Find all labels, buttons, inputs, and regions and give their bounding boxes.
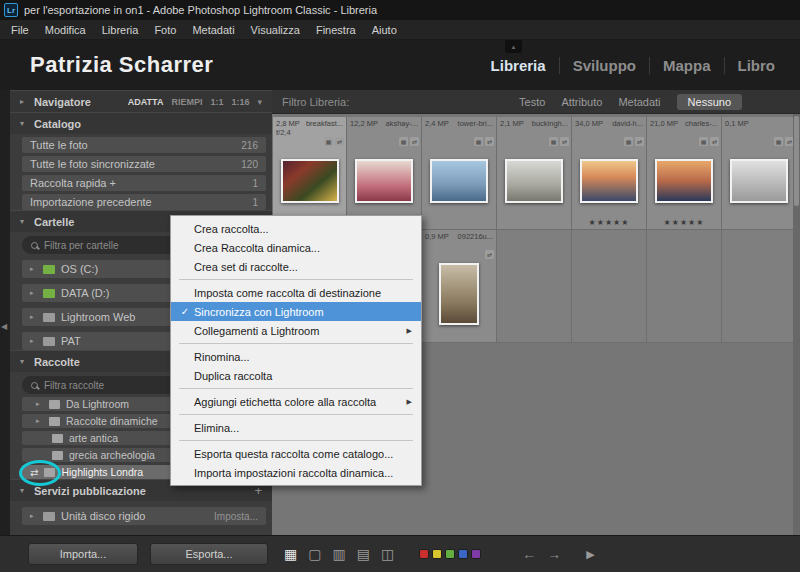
disclosure-icon[interactable]: ▸ — [36, 400, 43, 408]
menu-aiuto[interactable]: Aiuto — [364, 20, 405, 39]
slideshow-play-icon[interactable]: ▶ — [586, 548, 594, 561]
collection-badge-icon[interactable]: ▦ — [624, 137, 633, 146]
module-libreria[interactable]: Libreria — [478, 57, 559, 74]
photo-cell-partial[interactable]: 0,1 MP ▦⇄ — [722, 117, 797, 230]
module-libro[interactable]: Libro — [724, 57, 789, 74]
scrollbar-thumb[interactable] — [794, 116, 799, 206]
people-view-icon[interactable]: ◫ — [381, 547, 394, 561]
color-label-purple[interactable] — [471, 549, 481, 559]
disclosure-icon[interactable]: ▸ — [30, 512, 37, 520]
filter-testo[interactable]: Testo — [519, 96, 545, 108]
menu-item-imposta-raccolta-destinazione[interactable]: Imposta come raccolta di destinazione — [171, 283, 421, 302]
left-panel-collapse-strip[interactable]: ◀ — [0, 90, 10, 535]
disclosure-icon[interactable]: ▸ — [36, 417, 43, 425]
collection-set-icon — [49, 400, 60, 409]
photo-cell-akshay[interactable]: 12,2 MPakshay-... ▦⇄ — [347, 117, 422, 230]
sync-badge-icon[interactable]: ⇄ — [410, 137, 419, 146]
color-label-blue[interactable] — [458, 549, 468, 559]
disclosure-icon[interactable]: ▸ — [30, 337, 37, 345]
collection-badge-icon[interactable]: ▦ — [699, 137, 708, 146]
zoom-adatta[interactable]: ADATTA — [128, 97, 164, 107]
item-label: DATA (D:) — [61, 287, 109, 299]
catalog-item-importazione-precedente[interactable]: Importazione precedente 1 — [22, 194, 266, 210]
filter-attributo[interactable]: Attributo — [561, 96, 602, 108]
menu-item-elimina[interactable]: Elimina... — [171, 418, 421, 437]
module-mappa[interactable]: Mappa — [649, 57, 724, 74]
menu-item-rinomina[interactable]: Rinomina... — [171, 347, 421, 366]
zoom-1-16[interactable]: 1:16 — [231, 97, 249, 107]
photo-cell-buckingham[interactable]: 2,1 MPbuckingh... ▦⇄ — [497, 117, 572, 230]
collection-badge-icon[interactable]: ▦ — [399, 137, 408, 146]
sync-badge-icon[interactable]: ⇄ — [485, 137, 494, 146]
item-label: Lightroom Web — [61, 311, 135, 323]
item-count: 1 — [252, 197, 258, 208]
search-icon — [31, 242, 38, 249]
disclosure-icon[interactable]: ▸ — [30, 265, 37, 273]
collection-badge-icon[interactable]: ▦ — [324, 137, 333, 146]
photo-cell-breakfast[interactable]: 2,8 MPbreakfast... f/2,4 ▦⇄ — [272, 117, 347, 230]
previous-photo-icon[interactable]: ← — [522, 546, 536, 562]
menu-libreria[interactable]: Libreria — [94, 20, 147, 39]
menu-item-crea-raccolta-dinamica[interactable]: Crea Raccolta dinamica... — [171, 238, 421, 257]
photo-cell-david-h[interactable]: 34,0 MPdavid-h... ▦⇄ ★★★★★ — [572, 117, 647, 230]
photo-cell-092216[interactable]: 0,9 MP092216u... ⇄ — [422, 230, 497, 343]
import-button[interactable]: Importa... — [28, 543, 138, 565]
catalog-item-foto-sincronizzate[interactable]: Tutte le foto sincronizzate 120 — [22, 156, 266, 172]
publish-setup-link[interactable]: Imposta... — [214, 511, 258, 522]
grid-scrollbar[interactable] — [793, 114, 800, 535]
loupe-view-icon[interactable]: ▢ — [308, 547, 321, 561]
color-label-yellow[interactable] — [432, 549, 442, 559]
menu-metadati[interactable]: Metadati — [184, 20, 242, 39]
star-rating[interactable]: ★★★★★ — [572, 218, 646, 227]
sync-badge-icon[interactable]: ⇄ — [560, 137, 569, 146]
module-sviluppo[interactable]: Sviluppo — [559, 57, 649, 74]
export-button[interactable]: Esporta... — [150, 543, 268, 565]
collection-badge-icon[interactable]: ▦ — [549, 137, 558, 146]
color-label-red[interactable] — [419, 549, 429, 559]
menu-visualizza[interactable]: Visualizza — [243, 20, 308, 39]
photo-cell-tower-bridge[interactable]: 2,4 MPtower-bri... ▦⇄ — [422, 117, 497, 230]
menu-file[interactable]: File — [3, 20, 37, 39]
zoom-riempi[interactable]: RIEMPI — [171, 97, 202, 107]
top-panel-toggle[interactable]: ▲ — [505, 40, 522, 53]
zoom-1-1[interactable]: 1:1 — [210, 97, 223, 107]
menu-item-duplica-raccolta[interactable]: Duplica raccolta — [171, 366, 421, 385]
photo-cell-charles[interactable]: 21,0 MPcharles-... ▦⇄ ★★★★★ — [647, 117, 722, 230]
grid-view-icon[interactable]: ▦ — [284, 547, 297, 561]
menu-item-label: Sincronizza con Lightroom — [194, 306, 324, 318]
menu-separator — [179, 440, 413, 441]
disclosure-icon: ▸ — [20, 97, 28, 106]
sync-badge-icon[interactable]: ⇄ — [635, 137, 644, 146]
filter-nessuno[interactable]: Nessuno — [677, 94, 742, 110]
menu-item-importa-impostazioni-raccolta-dinamica[interactable]: Importa impostazioni raccolta dinamica..… — [171, 463, 421, 482]
catalog-item-raccolta-rapida[interactable]: Raccolta rapida + 1 — [22, 175, 266, 191]
collection-badge-icon[interactable]: ▦ — [774, 137, 783, 146]
drive-icon — [43, 265, 55, 274]
survey-view-icon[interactable]: ▤ — [357, 547, 370, 561]
menu-item-collegamenti-a-lightroom[interactable]: Collegamenti a Lightroom ▶ — [171, 321, 421, 340]
color-label-green[interactable] — [445, 549, 455, 559]
sync-badge-icon[interactable]: ⇄ — [485, 250, 494, 259]
menu-modifica[interactable]: Modifica — [37, 20, 94, 39]
panel-header-navigatore[interactable]: ▸ Navigatore ADATTA RIEMPI 1:1 1:16 ▾ — [10, 90, 272, 112]
menu-item-crea-set-di-raccolte[interactable]: Crea set di raccolte... — [171, 257, 421, 276]
collection-badge-icon[interactable]: ▦ — [474, 137, 483, 146]
menu-item-esporta-raccolta-come-catalogo[interactable]: Esporta questa raccolta come catalogo... — [171, 444, 421, 463]
sync-badge-icon[interactable]: ⇄ — [335, 137, 344, 146]
menu-item-aggiungi-etichetta-colore[interactable]: Aggiungi etichetta colore alla raccolta … — [171, 392, 421, 411]
menu-item-crea-raccolta[interactable]: Crea raccolta... — [171, 219, 421, 238]
next-photo-icon[interactable]: → — [547, 546, 561, 562]
compare-view-icon[interactable]: ▥ — [332, 547, 345, 561]
catalog-item-tutte-le-foto[interactable]: Tutte le foto 216 — [22, 137, 266, 153]
disclosure-icon[interactable]: ▸ — [30, 289, 37, 297]
menu-item-sincronizza-con-lightroom[interactable]: ✓Sincronizza con Lightroom — [171, 302, 421, 321]
menu-finestra[interactable]: Finestra — [308, 20, 364, 39]
filter-metadati[interactable]: Metadati — [618, 96, 660, 108]
star-rating[interactable]: ★★★★★ — [647, 218, 721, 227]
menu-foto[interactable]: Foto — [146, 20, 184, 39]
sync-badge-icon[interactable]: ⇄ — [710, 137, 719, 146]
disclosure-icon[interactable]: ▸ — [30, 313, 37, 321]
dropdown-icon[interactable]: ▾ — [257, 97, 262, 107]
publish-item-unita-disco-rigido[interactable]: ▸ Unità disco rigido Imposta... — [22, 507, 266, 525]
panel-header-catalogo[interactable]: ▾ Catalogo — [10, 112, 272, 134]
